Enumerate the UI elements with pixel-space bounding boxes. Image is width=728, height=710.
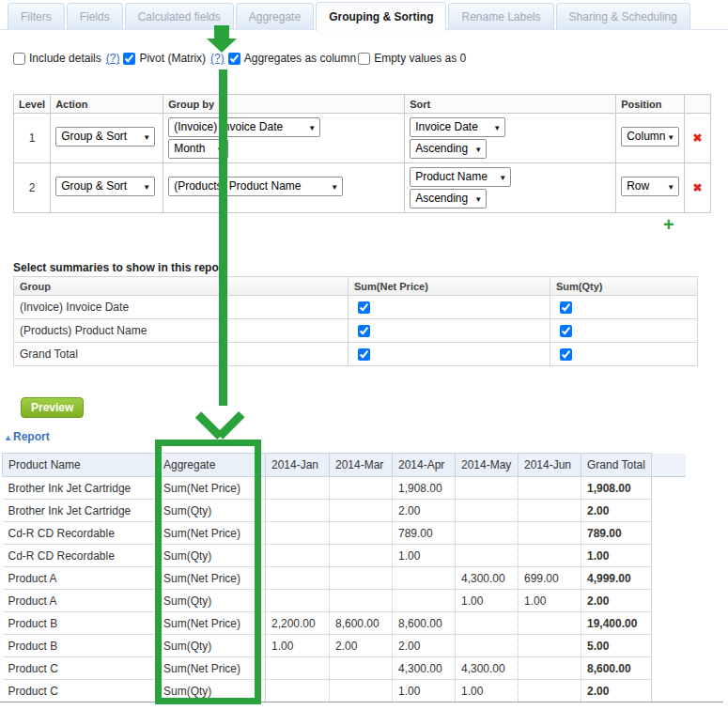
report-collapse-toggle[interactable]: ▴Report	[6, 430, 50, 443]
dropdown-arrow-icon: ▼	[474, 190, 482, 208]
group-by-select[interactable]: (Products) Product Name▼	[168, 177, 343, 196]
sum-qty-checkbox[interactable]	[560, 348, 572, 361]
tab-aggregate[interactable]: Aggregate	[236, 3, 314, 30]
sum-net-price-checkbox[interactable]	[358, 348, 370, 361]
col-header-sum-qty: Sum(Qty)	[550, 277, 698, 296]
sort-order-select[interactable]: Ascending▼	[410, 189, 487, 208]
table-row: Brother Ink Jet CartridgeSum(Net Price)1…	[3, 477, 687, 500]
table-row: Product CSum(Qty)1.001.002.00	[3, 680, 687, 702]
help-icon[interactable]: (?)	[210, 52, 225, 65]
sort-order-select[interactable]: Ascending▼	[410, 139, 487, 159]
report-cell: 2.00	[581, 680, 652, 702]
action-select[interactable]: Group & Sort▼	[55, 177, 155, 196]
report-cell: Cd-R CD Recordable	[3, 545, 158, 567]
grouping-table: Level Action Group by Sort Position 1 Gr…	[13, 94, 711, 213]
report-cell	[330, 477, 393, 500]
report-cell: 699.00	[519, 567, 581, 590]
tab-filters[interactable]: Filters	[8, 3, 65, 30]
tab-fields[interactable]: Fields	[67, 3, 123, 30]
delete-row-icon[interactable]: ✖	[685, 163, 711, 213]
table-row: Brother Ink Jet CartridgeSum(Qty)2.002.0…	[3, 500, 687, 522]
summaries-title: Select summaries to show in this report	[13, 261, 226, 274]
col-header-group: Group	[14, 277, 349, 296]
dropdown-arrow-icon: ▼	[493, 118, 501, 137]
dropdown-arrow-icon: ▼	[308, 118, 316, 137]
report-header-row: Product NameAggregate2014-Jan2014-Mar201…	[3, 454, 687, 477]
report-col-header: Aggregate	[158, 454, 266, 477]
position-select[interactable]: Row▼	[621, 177, 679, 196]
tab-sharing-scheduling[interactable]: Sharing & Scheduling	[556, 3, 690, 30]
preview-button[interactable]: Preview	[21, 397, 84, 418]
report-col-header: 2014-Apr	[393, 454, 456, 477]
group-by-select[interactable]: (Invoice) Invoice Date▼	[168, 117, 320, 137]
report-title-label: Report	[13, 430, 50, 443]
sort-field-select[interactable]: Invoice Date▼	[410, 117, 505, 137]
sort-field-select[interactable]: Product Name▼	[410, 167, 511, 187]
report-cell	[456, 612, 519, 635]
report-cell: Product C	[3, 680, 158, 702]
report-cell: 4,300.00	[393, 657, 456, 680]
report-cell: Sum(Net Price)	[158, 522, 266, 545]
report-cell: 789.00	[581, 522, 652, 545]
aggregates-as-column-checkbox[interactable]	[228, 53, 240, 65]
sum-qty-checkbox[interactable]	[560, 325, 572, 337]
help-icon[interactable]: (?)	[106, 52, 120, 65]
report-cell: Product B	[3, 612, 158, 635]
report-cell	[393, 590, 456, 612]
report-cell	[266, 567, 330, 590]
include-details-checkbox[interactable]	[13, 53, 25, 65]
dropdown-arrow-icon: ▼	[667, 178, 674, 196]
include-details-label: Include details	[29, 52, 101, 65]
report-cell-empty	[651, 545, 686, 567]
report-cell	[456, 635, 519, 657]
position-select[interactable]: Column▼	[621, 127, 679, 147]
pivot-matrix-checkbox[interactable]	[123, 53, 135, 65]
report-col-header: 2014-Mar	[330, 454, 393, 477]
sum-net-price-checkbox[interactable]	[358, 325, 370, 337]
table-row: Product CSum(Net Price)4,300.004,300.008…	[3, 657, 687, 680]
sum-net-price-checkbox[interactable]	[358, 301, 370, 314]
report-cell: Sum(Net Price)	[158, 612, 266, 635]
report-cell: Brother Ink Jet Cartridge	[3, 500, 158, 522]
report-cell: 1.00	[456, 680, 519, 702]
report-bottom-divider	[0, 702, 723, 702]
report-cell	[330, 590, 393, 612]
report-cell: 2,200.00	[266, 612, 330, 635]
grouping-row-2: 2 Group & Sort▼ (Products) Product Name▼…	[14, 163, 711, 213]
green-arrowhead	[217, 411, 245, 440]
report-cell-empty	[651, 522, 686, 545]
col-header-sum-net-price: Sum(Net Price)	[349, 277, 550, 296]
report-cell: Sum(Qty)	[158, 545, 266, 567]
tab-rename-labels[interactable]: Rename Labels	[448, 3, 553, 30]
tab-grouping-sorting[interactable]: Grouping & Sorting	[316, 2, 446, 31]
options-row: Include details (?) Pivot (Matrix) (?) A…	[13, 51, 468, 66]
report-cell: 1.00	[456, 590, 519, 612]
table-row: Product BSum(Net Price)2,200.008,600.008…	[3, 612, 687, 635]
tab-calculated-fields[interactable]: Calculated fields	[125, 3, 234, 30]
group-part-select[interactable]: Month▼	[168, 139, 228, 159]
report-cell: 1,908.00	[581, 477, 652, 500]
report-cell	[266, 522, 330, 545]
delete-row-icon[interactable]: ✖	[685, 114, 711, 163]
add-row-icon[interactable]: +	[663, 214, 674, 236]
report-cell: 1,908.00	[393, 477, 456, 500]
report-cell-empty	[651, 680, 686, 702]
report-cell	[519, 680, 581, 702]
report-cell	[519, 500, 581, 522]
report-col-header: 2014-May	[456, 454, 519, 477]
report-col-header: Grand Total	[581, 454, 652, 477]
empty-values-checkbox[interactable]	[358, 53, 370, 65]
aggregates-as-column-label: Aggregates as column	[244, 52, 356, 65]
sum-qty-checkbox[interactable]	[560, 301, 572, 314]
tab-bar: FiltersFieldsCalculated fieldsAggregateG…	[0, 2, 728, 30]
report-cell	[330, 680, 393, 702]
report-cell-empty	[651, 477, 686, 500]
report-cell: Sum(Net Price)	[158, 567, 266, 590]
report-col-header: 2014-Jun	[519, 454, 581, 477]
report-cell: 1.00	[393, 680, 456, 702]
dropdown-arrow-icon: ▼	[331, 178, 338, 196]
report-cell: Sum(Qty)	[158, 500, 266, 522]
action-select[interactable]: Group & Sort▼	[55, 127, 155, 147]
report-cell: 4,300.00	[456, 657, 519, 680]
report-cell: Product B	[3, 635, 158, 657]
